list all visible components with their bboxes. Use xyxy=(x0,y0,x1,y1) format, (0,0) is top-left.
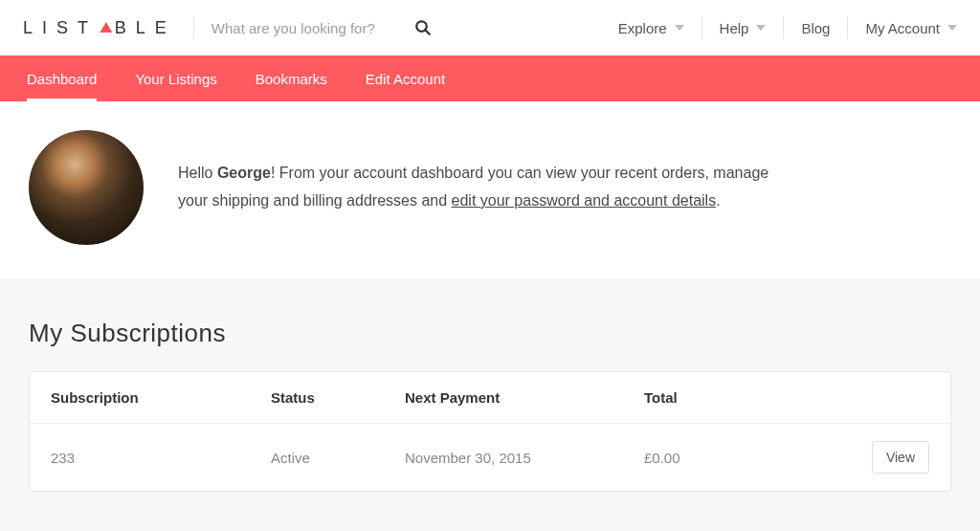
svg-marker-2 xyxy=(675,25,684,31)
tab-edit-account[interactable]: Edit Account xyxy=(366,55,445,101)
caret-down-icon xyxy=(756,23,766,33)
cell-status: Active xyxy=(271,450,405,466)
tab-dashboard[interactable]: Dashboard xyxy=(27,55,97,101)
svg-marker-3 xyxy=(756,25,766,31)
divider xyxy=(193,16,194,39)
nav-help-label: Help xyxy=(720,20,749,36)
divider xyxy=(847,16,848,39)
section-title: My Subscriptions xyxy=(29,319,951,348)
welcome-hello: Hello xyxy=(178,165,217,181)
search-wrap xyxy=(212,19,432,36)
svg-marker-4 xyxy=(947,25,957,31)
logo-accent: ▲ xyxy=(96,16,117,37)
subscriptions-table: Subscription Status Next Payment Total 2… xyxy=(29,371,951,492)
tab-dashboard-label: Dashboard xyxy=(27,71,97,87)
welcome-panel: Hello George! From your account dashboar… xyxy=(0,101,980,279)
welcome-username: George xyxy=(217,165,271,181)
welcome-text: Hello George! From your account dashboar… xyxy=(178,160,791,215)
tab-your-listings[interactable]: Your Listings xyxy=(135,55,216,101)
subscriptions-section: My Subscriptions Subscription Status Nex… xyxy=(0,279,980,531)
avatar xyxy=(29,130,144,245)
nav-explore[interactable]: Explore xyxy=(618,20,684,36)
search-input[interactable] xyxy=(212,20,403,36)
top-bar: LIST▲BLE Explore Help Blog My Account xyxy=(0,0,980,55)
divider xyxy=(783,16,784,39)
divider xyxy=(702,16,702,39)
view-button[interactable]: View xyxy=(872,441,929,474)
nav-explore-label: Explore xyxy=(618,20,667,36)
cell-subscription-id: 233 xyxy=(51,450,271,466)
tab-bookmarks[interactable]: Bookmarks xyxy=(256,55,327,101)
nav-my-account-label: My Account xyxy=(865,20,940,36)
col-total: Total xyxy=(644,389,853,406)
nav-blog[interactable]: Blog xyxy=(801,20,830,36)
edit-account-details-link[interactable]: edit your password and account details xyxy=(452,192,717,209)
nav-blog-label: Blog xyxy=(801,20,830,36)
cell-total: £0.00 xyxy=(644,450,853,466)
table-head: Subscription Status Next Payment Total xyxy=(30,372,950,424)
caret-down-icon xyxy=(947,23,957,33)
site-logo[interactable]: LIST▲BLE xyxy=(23,15,176,40)
top-nav: Explore Help Blog My Account xyxy=(618,16,957,39)
cell-next-payment: November 30, 2015 xyxy=(405,450,644,466)
account-tabs: Dashboard Your Listings Bookmarks Edit A… xyxy=(0,55,980,101)
nav-my-account[interactable]: My Account xyxy=(865,20,957,36)
logo-text-pre: LIST xyxy=(23,18,98,38)
tab-your-listings-label: Your Listings xyxy=(135,71,216,87)
search-icon[interactable] xyxy=(414,19,432,36)
svg-line-1 xyxy=(425,30,430,34)
logo-text-post: BLE xyxy=(115,18,176,38)
welcome-period: . xyxy=(716,192,720,209)
tab-bookmarks-label: Bookmarks xyxy=(256,71,327,87)
tab-edit-account-label: Edit Account xyxy=(366,71,445,87)
nav-help[interactable]: Help xyxy=(720,20,767,36)
caret-down-icon xyxy=(675,23,684,33)
cell-actions: View xyxy=(853,441,929,474)
table-row: 233 Active November 30, 2015 £0.00 View xyxy=(30,424,950,491)
col-next-payment: Next Payment xyxy=(405,389,644,406)
col-status: Status xyxy=(271,389,405,406)
col-subscription: Subscription xyxy=(51,389,271,406)
